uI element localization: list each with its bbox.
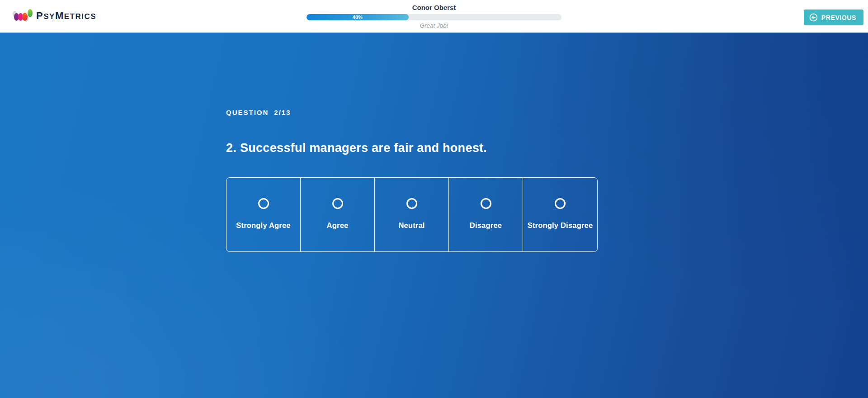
candidate-name: Conor Oberst — [307, 4, 561, 12]
question-counter-label: QUESTION — [226, 109, 269, 116]
radio-circle-icon[interactable] — [258, 198, 269, 209]
radio-circle-icon[interactable] — [555, 198, 566, 209]
radio-circle-icon[interactable] — [481, 198, 491, 209]
option-label: Strongly Disagree — [528, 221, 593, 230]
question-content: QUESTION 2/13 2. Successful managers are… — [226, 109, 601, 252]
question-counter-value: 2/13 — [274, 109, 291, 116]
progress-fill: 40% — [307, 14, 409, 20]
brand-name: PsyMetrics — [36, 10, 96, 22]
option-disagree[interactable]: Disagree — [449, 178, 523, 251]
progress-bar: 40% — [307, 14, 561, 20]
answer-options: Strongly Agree Agree Neutral Disagree St — [226, 177, 598, 252]
app-header: PsyMetrics Conor Oberst 40% Great Job! P… — [0, 0, 868, 33]
option-strongly-disagree[interactable]: Strongly Disagree — [523, 178, 597, 251]
psymetrics-logo: PsyMetrics — [13, 9, 96, 23]
option-agree[interactable]: Agree — [301, 178, 375, 251]
option-label: Strongly Agree — [236, 221, 290, 230]
progress-percent: 40% — [353, 14, 363, 20]
option-label: Disagree — [470, 221, 502, 230]
option-label: Agree — [327, 221, 349, 230]
radio-circle-icon[interactable] — [332, 198, 343, 209]
option-strongly-agree[interactable]: Strongly Agree — [226, 178, 301, 251]
previous-button-label: PREVIOUS — [821, 14, 856, 21]
radio-circle-icon[interactable] — [406, 198, 417, 209]
question-area: QUESTION 2/13 2. Successful managers are… — [0, 33, 868, 398]
assessment-page: PsyMetrics Conor Oberst 40% Great Job! P… — [0, 0, 868, 398]
option-label: Neutral — [398, 221, 425, 230]
question-counter: QUESTION 2/13 — [226, 109, 601, 116]
encouragement-text: Great Job! — [307, 22, 561, 29]
question-text: 2. Successful managers are fair and hone… — [226, 141, 601, 155]
option-neutral[interactable]: Neutral — [375, 178, 449, 251]
logo-dots-icon — [13, 9, 33, 23]
previous-button[interactable]: PREVIOUS — [804, 9, 863, 25]
progress-section: Conor Oberst 40% Great Job! — [307, 0, 561, 33]
arrow-left-circle-icon — [809, 13, 818, 22]
